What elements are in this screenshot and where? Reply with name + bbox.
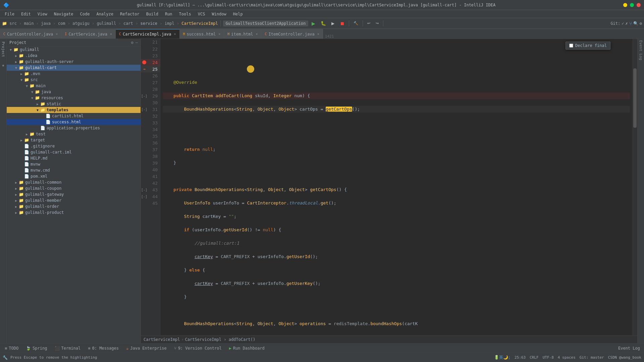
status-encoding[interactable]: UTF-8 bbox=[543, 355, 554, 360]
debug-button[interactable]: 🐛 bbox=[319, 20, 328, 26]
run-button[interactable]: ▶ bbox=[310, 20, 317, 27]
tree-java[interactable]: ▼ 📁 java bbox=[7, 89, 141, 95]
undo-button[interactable]: ↩ bbox=[365, 20, 372, 26]
breadcrumb-main[interactable]: main bbox=[24, 21, 34, 26]
close-button[interactable] bbox=[637, 3, 641, 7]
tree-target[interactable]: ▶ 📁 target bbox=[7, 137, 141, 143]
tree-mvn[interactable]: ▶ 📁 .mvn bbox=[7, 71, 141, 77]
tab-java-enterprise[interactable]: ☕ Java Enterprise bbox=[123, 345, 170, 351]
breadcrumb-java[interactable]: java bbox=[41, 21, 51, 26]
tab-close-itemcontroller[interactable]: × bbox=[317, 32, 319, 36]
breadcrumb-src[interactable]: 📁 src bbox=[2, 21, 17, 26]
tree-gulimall-coupon[interactable]: ▶ 📁 gulimall-coupon bbox=[7, 185, 141, 191]
tab-success-html[interactable]: H success.html × bbox=[180, 29, 224, 39]
more-tabs[interactable]: 1421 bbox=[323, 34, 336, 39]
menu-file[interactable]: File bbox=[2, 11, 17, 17]
tab-messages[interactable]: ≡ 0: Messages bbox=[85, 345, 122, 351]
breadcrumb-com[interactable]: com bbox=[58, 21, 65, 26]
tree-idea[interactable]: ▶ 📁 .idea bbox=[7, 53, 141, 59]
tree-gulimall-gateway[interactable]: ▶ 📁 gulimall-gateway bbox=[7, 191, 141, 197]
tree-cartlist[interactable]: ▶ 📄 cartList.html bbox=[7, 113, 141, 119]
tree-application-props[interactable]: ▶ 📄 application.properties bbox=[7, 125, 141, 131]
status-line-endings[interactable]: CRLF bbox=[530, 355, 539, 360]
tab-close-cartcontroller[interactable]: × bbox=[56, 32, 58, 36]
breadcrumb-class-name[interactable]: CartServiceImpl bbox=[144, 337, 180, 342]
tab-cartcontroller[interactable]: C CartController.java × bbox=[0, 29, 61, 39]
git-checkmark[interactable]: ✓ bbox=[622, 21, 624, 26]
tab-close-cartservice[interactable]: × bbox=[110, 32, 112, 36]
git-icon[interactable]: ⑂ bbox=[629, 21, 632, 26]
tree-templates[interactable]: ▼ 📁 templates bbox=[7, 107, 141, 113]
tree-gulimall-product[interactable]: ▶ 📁 gulimall-product bbox=[7, 209, 141, 216]
tab-close-success[interactable]: × bbox=[218, 32, 220, 36]
tree-resources[interactable]: ▼ 📁 resources bbox=[7, 95, 141, 101]
tab-terminal[interactable]: ⬛ Terminal bbox=[51, 345, 84, 351]
event-log-button[interactable]: Event Log bbox=[615, 345, 643, 351]
menu-run[interactable]: Run bbox=[162, 11, 175, 17]
minimize-button[interactable] bbox=[623, 3, 627, 7]
tree-pom[interactable]: ▶ 📄 pom.xml bbox=[7, 173, 141, 179]
tab-version-control[interactable]: ⑂ 9: Version Control bbox=[171, 345, 225, 351]
breadcrumb-cart[interactable]: cart bbox=[123, 21, 133, 26]
menu-analyze[interactable]: Analyze bbox=[94, 11, 116, 17]
code-area[interactable]: 21 22 23 24 →25 26 27 28 [-]29 30 [-]31 … bbox=[141, 39, 637, 335]
sidebar-settings[interactable]: ⚙ bbox=[131, 40, 133, 45]
tree-src[interactable]: ▼ 📁 src bbox=[7, 77, 141, 83]
menu-vcs[interactable]: VCS bbox=[195, 11, 208, 17]
fold-icon-44[interactable]: [-] bbox=[141, 195, 147, 198]
code-content[interactable]: @Override public CartItem addToCart(Long… bbox=[160, 39, 633, 335]
sidebar-collapse[interactable]: – bbox=[136, 40, 138, 45]
status-git[interactable]: Git: master bbox=[580, 355, 604, 360]
menu-code[interactable]: Code bbox=[77, 11, 93, 17]
tree-gulimall-cart[interactable]: ▼ 📁 gulimall-cart bbox=[7, 65, 141, 71]
fold-icon-43[interactable]: [-] bbox=[141, 188, 147, 192]
tree-mvnw-cmd[interactable]: ▶ 📄 mvnw.cmd bbox=[7, 167, 141, 173]
breadcrumb-method-name[interactable]: CartServiceImpl › addToCart() bbox=[185, 337, 256, 342]
tree-success[interactable]: ▶ 📄 success.html bbox=[7, 119, 141, 125]
build-button[interactable]: 🔨 bbox=[352, 20, 360, 26]
tab-item-html[interactable]: H item.html × bbox=[224, 29, 261, 39]
menu-edit[interactable]: Edit bbox=[18, 11, 34, 17]
breadcrumb-class[interactable]: CartServiceImpl bbox=[181, 21, 218, 26]
breakpoint-icon[interactable] bbox=[142, 60, 146, 64]
project-icon[interactable]: Project bbox=[0, 40, 6, 58]
breadcrumb-gulimall[interactable]: gulimall bbox=[97, 21, 116, 26]
maximize-button[interactable] bbox=[630, 3, 634, 7]
tree-gulimall-order[interactable]: ▶ 📁 gulimall-order bbox=[7, 203, 141, 209]
fold-icon-31[interactable]: [-] bbox=[141, 108, 147, 111]
coverage-button[interactable]: ▶ bbox=[329, 20, 336, 26]
breadcrumb-impl[interactable]: impl bbox=[165, 21, 174, 26]
status-position[interactable]: 25:63 bbox=[515, 355, 526, 360]
run-config-dropdown[interactable]: GulimallTestSsoClient2Application bbox=[223, 20, 308, 26]
favorites-icon[interactable]: ★ bbox=[0, 61, 7, 69]
tree-main[interactable]: ▼ 📁 main bbox=[7, 83, 141, 89]
settings-icon[interactable]: ⚙ bbox=[640, 21, 642, 26]
tree-gitignore[interactable]: ▶ 📄 .gitignore bbox=[7, 143, 141, 149]
menu-window[interactable]: Window bbox=[209, 11, 229, 17]
tree-gulimall[interactable]: ▼ 📁 gulimall bbox=[7, 47, 141, 53]
tree-static[interactable]: ▶ 📁 static bbox=[7, 101, 141, 107]
tab-close-cartserviceimpl[interactable]: × bbox=[174, 32, 176, 36]
menu-help[interactable]: Help bbox=[230, 11, 246, 17]
tab-itemcontroller[interactable]: C ItemController.java × bbox=[261, 29, 323, 39]
breadcrumb-service[interactable]: service bbox=[141, 21, 158, 26]
redo-button[interactable]: ↪ bbox=[374, 20, 381, 26]
right-scrollbar-gutter[interactable] bbox=[633, 39, 637, 335]
declare-final-checkbox[interactable] bbox=[569, 44, 573, 48]
tab-run-dashboard[interactable]: ▶ Run Dashboard bbox=[226, 345, 268, 351]
breadcrumb-atguigu[interactable]: atguigu bbox=[72, 21, 90, 26]
fold-icon-29[interactable]: [-] bbox=[141, 94, 147, 98]
tab-todo[interactable]: ≡ TODO bbox=[1, 345, 22, 351]
stop-button[interactable]: ⏹ bbox=[338, 20, 346, 27]
tab-cartserviceimpl[interactable]: C CartServiceImpl.java × bbox=[116, 29, 180, 39]
git-x[interactable]: ✗ bbox=[626, 21, 628, 26]
search-icon[interactable]: 🔍 bbox=[633, 21, 638, 26]
tree-gulimall-member[interactable]: ▶ 📁 gulimall-member bbox=[7, 197, 141, 203]
tree-auth-server[interactable]: ▶ 📁 gulimall-auth-server bbox=[7, 59, 141, 65]
menu-view[interactable]: View bbox=[35, 11, 50, 17]
tab-close-item[interactable]: × bbox=[256, 32, 258, 36]
declare-final-popup[interactable]: Declare final bbox=[566, 42, 610, 50]
tree-iml[interactable]: ▶ 📄 gulimall-cart.iml bbox=[7, 149, 141, 155]
tree-test[interactable]: ▶ 📁 test bbox=[7, 131, 141, 137]
menu-tools[interactable]: Tools bbox=[176, 11, 194, 17]
